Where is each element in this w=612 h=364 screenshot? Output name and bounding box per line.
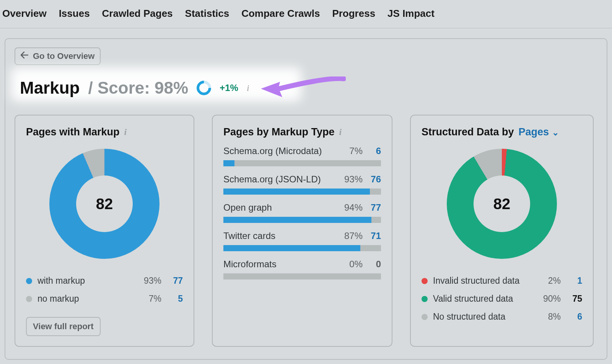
bar-item[interactable]: Microformats0%0 [223,259,381,280]
card-pages-by-type: Pages by Markup Type i Schema.org (Micro… [212,115,392,347]
top-tabs: Overview Issues Crawled Pages Statistics… [0,0,612,28]
bar-count: 71 [368,231,381,241]
bar-label: Schema.org (JSON-LD) [223,174,344,185]
bar-list: Schema.org (Microdata)7%6Schema.org (JSO… [223,146,381,280]
bar-pct: 7% [349,146,363,156]
cards-row: Pages with Markup i 82 with markup93%77n… [15,115,597,347]
annotation-arrow-icon [258,76,346,99]
bar-item[interactable]: Schema.org (Microdata)7%6 [223,146,381,166]
bar-label: Open graph [223,202,344,213]
legend-pages-with-markup: with markup93%77no markup7%5 [26,272,183,308]
bar-label: Microformats [223,259,349,270]
donut-center-value: 82 [96,195,113,213]
legend-row[interactable]: no markup7%5 [26,290,183,308]
bar-pct: 94% [344,202,363,213]
bar-track [223,245,381,251]
bar-pct: 93% [344,174,363,185]
info-icon[interactable]: i [247,83,249,93]
bar-fill [223,188,370,195]
score-delta: +1% [220,83,238,93]
legend-count: 75 [561,294,582,304]
tab-crawled-pages[interactable]: Crawled Pages [102,8,173,20]
bar-count: 0 [368,259,381,270]
page-score: / Score: 98% [88,78,188,98]
donut-pages-with-markup: 82 [49,149,160,259]
go-to-overview-label: Go to Overview [33,51,94,61]
page-card: Go to Overview Markup / Score: 98% +1% i… [5,38,607,360]
bar-fill [223,160,234,166]
tab-compare-crawls[interactable]: Compare Crawls [241,8,320,20]
legend-label: no markup [37,294,135,304]
legend-row[interactable]: with markup93%77 [26,272,183,290]
legend-label: Invalid structured data [433,276,535,286]
bar-item[interactable]: Twitter cards87%71 [223,231,381,251]
info-icon[interactable]: i [339,127,342,137]
bar-count: 6 [368,146,381,156]
card-structured-data: Structured Data by Pages ⌄ 82 Invalid st… [410,115,594,347]
bar-track [223,188,381,195]
tab-issues[interactable]: Issues [59,8,90,20]
legend-structured-data: Invalid structured data2%1Valid structur… [422,272,582,326]
legend-dot-icon [26,296,32,302]
bar-pct: 87% [344,231,363,241]
legend-row[interactable]: No structured data8%6 [422,308,582,326]
bar-track [223,217,381,223]
legend-pct: 7% [135,294,161,304]
legend-dot-icon [422,314,428,320]
legend-label: No structured data [433,312,535,322]
legend-count: 6 [561,312,582,322]
info-icon[interactable]: i [124,127,127,137]
bar-item[interactable]: Open graph94%77 [223,202,381,223]
donut-structured-data: 82 [447,149,557,259]
bar-label: Schema.org (Microdata) [223,146,349,156]
legend-count: 5 [161,294,183,304]
legend-row[interactable]: Invalid structured data2%1 [422,272,582,290]
bar-item[interactable]: Schema.org (JSON-LD)93%76 [223,174,381,195]
legend-label: with markup [37,276,135,286]
legend-pct: 90% [535,294,561,304]
go-to-overview-button[interactable]: Go to Overview [15,47,101,65]
bar-track [223,160,381,166]
bar-fill [223,217,371,223]
bar-fill [223,245,360,251]
legend-count: 77 [161,276,183,286]
bar-label: Twitter cards [223,231,344,241]
chevron-down-icon: ⌄ [552,128,559,137]
view-full-report-button[interactable]: View full report [26,317,101,336]
structured-data-select[interactable]: Pages ⌄ [519,126,559,138]
bar-count: 76 [368,174,381,185]
bar-track [223,273,381,280]
legend-pct: 93% [135,276,161,286]
tab-progress[interactable]: Progress [332,8,375,20]
arrow-left-icon [21,51,28,61]
page-title: Markup [20,78,80,98]
legend-count: 1 [561,276,582,286]
card-pages-with-markup: Pages with Markup i 82 with markup93%77n… [15,115,194,347]
card-title: Structured Data by [422,126,514,138]
legend-dot-icon [422,278,428,284]
bar-pct: 0% [349,259,363,270]
legend-dot-icon [422,296,428,302]
card-title: Pages by Markup Type [223,126,335,138]
tab-statistics[interactable]: Statistics [185,8,230,20]
donut-center-value: 82 [493,195,511,213]
card-title: Pages with Markup [26,126,120,138]
legend-pct: 8% [535,312,561,322]
legend-row[interactable]: Valid structured data90%75 [422,290,582,308]
bar-count: 77 [368,202,381,213]
tab-js-impact[interactable]: JS Impact [387,8,435,20]
legend-pct: 2% [535,276,561,286]
tab-overview[interactable]: Overview [2,8,47,20]
page-title-row: Markup / Score: 98% +1% i [15,73,597,103]
legend-label: Valid structured data [433,294,535,304]
legend-dot-icon [26,278,32,284]
